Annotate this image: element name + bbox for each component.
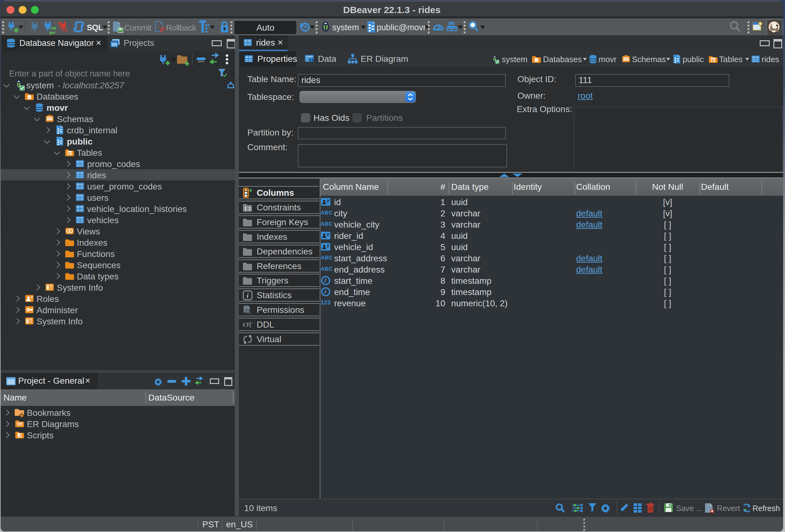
svg-text:i: i — [247, 292, 249, 299]
svg-text:T: T — [248, 321, 253, 329]
